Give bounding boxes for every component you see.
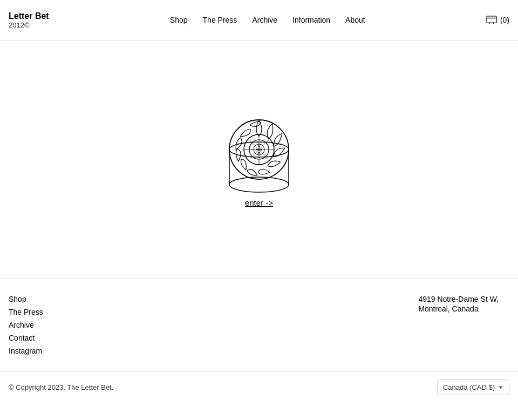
footer-link-archive[interactable]: Archive	[9, 321, 95, 329]
main-content: enter ->	[0, 40, 518, 278]
nav-the-press[interactable]: The Press	[203, 16, 237, 24]
svg-point-16	[258, 152, 260, 153]
site-header: Letter Bet 2012© Shop The Press Archive …	[0, 0, 518, 40]
address-line1: 4919 Notre-Dame St W,	[418, 295, 499, 303]
copyright-text: © Copyright 2023, The Letter Bet.	[9, 383, 113, 391]
svg-point-14	[256, 148, 258, 150]
site-footer: Shop The Press Archive Contact Instagram…	[0, 278, 518, 403]
main-nav: Shop The Press Archive Information About	[170, 16, 365, 24]
svg-point-13	[258, 145, 260, 147]
site-year: 2012©	[9, 21, 49, 29]
svg-point-17	[258, 148, 260, 150]
footer-nav: Shop The Press Archive Contact Instagram	[9, 295, 95, 355]
chevron-down-icon: ▼	[498, 384, 503, 390]
footer-link-the-press[interactable]: The Press	[9, 308, 95, 316]
logo-area: Letter Bet 2012©	[9, 11, 49, 29]
footer-bottom: © Copyright 2023, The Letter Bet. Canada…	[0, 371, 518, 403]
nav-about[interactable]: About	[345, 16, 365, 24]
svg-rect-0	[487, 16, 496, 23]
nav-information[interactable]: Information	[292, 16, 330, 24]
svg-point-15	[261, 148, 262, 150]
cart-count: (0)	[500, 16, 509, 24]
footer-link-instagram[interactable]: Instagram	[9, 347, 95, 355]
address-line2: Montreal, Canada	[418, 304, 499, 313]
enter-link[interactable]: enter ->	[245, 198, 273, 207]
footer-link-contact[interactable]: Contact	[9, 334, 95, 342]
cart-button[interactable]: (0)	[486, 16, 509, 24]
currency-label: Canada (CAD $)	[443, 383, 495, 391]
footer-address: 4919 Notre-Dame St W, Montreal, Canada	[418, 295, 509, 355]
cart-icon	[486, 16, 497, 24]
nav-shop[interactable]: Shop	[170, 16, 188, 24]
currency-selector[interactable]: Canada (CAD $) ▼	[437, 380, 509, 395]
brand-illustration	[210, 101, 308, 198]
nav-archive[interactable]: Archive	[252, 16, 277, 24]
footer-main: Shop The Press Archive Contact Instagram…	[0, 279, 518, 371]
footer-link-shop[interactable]: Shop	[9, 295, 95, 303]
site-title: Letter Bet	[9, 11, 49, 21]
